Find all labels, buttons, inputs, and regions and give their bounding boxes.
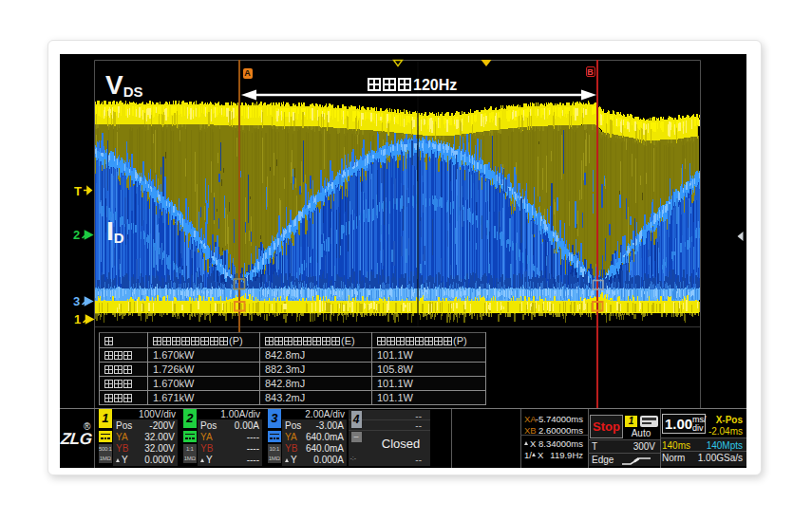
svg-text:1: 1 bbox=[74, 312, 81, 326]
svg-text:T: T bbox=[74, 184, 82, 198]
svg-text:2: 2 bbox=[73, 228, 80, 242]
svg-text:3: 3 bbox=[73, 294, 80, 308]
